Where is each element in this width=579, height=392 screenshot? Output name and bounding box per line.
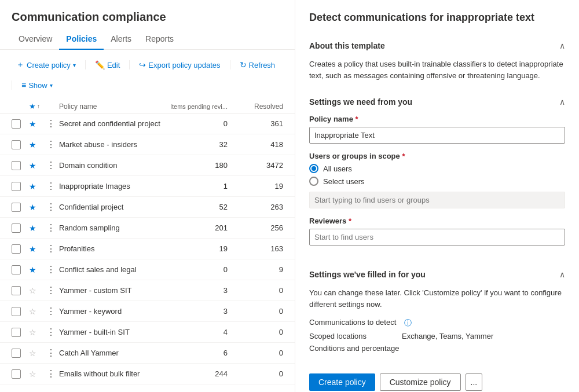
row-checkbox-8[interactable] [12,286,21,295]
header-pending[interactable]: Items pending revi... [167,103,237,110]
table-row[interactable]: ★ ⋮ Inappropriate Images 1 19 [0,176,295,197]
table-row[interactable]: ★ ⋮ Domain condition 180 3472 [0,155,295,176]
scope-all-users-radio[interactable]: All users [309,164,565,173]
app-title: Communication compliance [0,0,295,24]
table-header: ★ ↑ Policy name Items pending revi... Re… [0,100,295,113]
table-row[interactable]: ★ ⋮ Secret and confidential project 0 36… [0,113,295,134]
pending-cell-6: 19 [167,244,237,253]
reviewers-label: Reviewers * [309,217,565,225]
pending-cell-2: 180 [167,161,237,170]
table-row[interactable]: ★ ⋮ Confidential project 52 263 [0,197,295,218]
scope-search-input[interactable] [309,192,565,208]
table-row[interactable]: ★ ⋮ Profanities 19 163 [0,239,295,259]
refresh-button[interactable]: ↻ Refresh [235,57,280,72]
resolved-cell-8: 0 [237,286,283,295]
star-icon-5[interactable]: ★ [29,224,36,233]
header-resolved[interactable]: Resolved [237,102,283,111]
tab-policies[interactable]: Policies [59,28,104,49]
create-policy-button[interactable]: Create policy [309,373,375,391]
scoped-locations-value: Exchange, Teams, Yammer [402,332,493,340]
right-panel: Detect communications for inappropriate … [295,0,579,392]
row-dots-menu-2[interactable]: ⋮ [44,159,58,171]
row-dots-menu-4[interactable]: ⋮ [44,201,58,213]
policy-name-label: Policy name * [309,115,565,123]
row-dots-menu-8[interactable]: ⋮ [44,284,58,296]
row-dots-menu-1[interactable]: ⋮ [44,138,58,151]
left-panel: Communication compliance Overview Polici… [0,0,295,392]
table-row[interactable]: ★ ⋮ Conflict sales and legal 0 9 [0,259,295,280]
row-dots-menu-11[interactable]: ⋮ [44,347,58,359]
settings-filled-header[interactable]: Settings we've filled in for you ∧ [309,262,565,287]
reviewers-input[interactable] [309,229,565,246]
star-icon-10[interactable]: ☆ [29,328,36,337]
row-dots-menu-10[interactable]: ⋮ [44,326,58,338]
row-checkbox-3[interactable] [12,182,21,191]
show-button[interactable]: ≡ Show ▾ [17,78,57,93]
star-icon-0[interactable]: ★ [29,119,36,129]
star-icon-6[interactable]: ★ [29,244,36,254]
row-dots-menu-7[interactable]: ⋮ [44,263,58,276]
tab-reports[interactable]: Reports [138,28,181,49]
row-checkbox-6[interactable] [12,244,21,254]
edit-button[interactable]: ✏️ Edit [90,57,124,72]
row-checkbox-10[interactable] [12,328,21,337]
row-checkbox-11[interactable] [12,349,21,358]
nav-tabs: Overview Policies Alerts Reports [0,28,295,50]
header-star-col[interactable]: ★ ↑ [29,102,44,111]
resolved-cell-6: 163 [237,244,283,253]
table-row[interactable]: ☆ ⋮ Yammer - keyword 3 0 [0,301,295,322]
table-row[interactable]: ☆ ⋮ Yammer - custom SIT 3 0 [0,280,295,301]
row-dots-menu-6[interactable]: ⋮ [44,243,58,255]
table-row[interactable]: ☆ ⋮ Yammer - built-in SIT 4 0 [0,322,295,343]
info-icon[interactable]: ⓘ [404,318,412,328]
scope-select-users-radio[interactable]: Select users [309,177,565,186]
pending-cell-11: 6 [167,349,237,357]
star-icon-9[interactable]: ☆ [29,307,36,316]
policy-name-cell-11: Catch All Yammer [59,349,167,357]
row-dots-menu-3[interactable]: ⋮ [44,180,58,192]
export-icon: ↪ [139,60,146,69]
star-icon-7[interactable]: ★ [29,265,36,274]
table-row[interactable]: ☆ ⋮ Emails without bulk filter 244 0 [0,364,295,384]
star-icon-3[interactable]: ★ [29,182,36,191]
more-options-button[interactable]: ... [466,373,483,391]
chevron-down-icon: ▾ [73,62,76,68]
star-icon-12[interactable]: ☆ [29,369,36,379]
about-section-header[interactable]: About this template ∧ [309,33,565,58]
settings-needed-header[interactable]: Settings we need from you ∧ [309,89,565,115]
about-desc: Creates a policy that uses built-in trai… [309,58,565,81]
table-row[interactable]: ★ ⋮ Random sampling 201 256 [0,218,295,239]
toolbar: ＋ Create policy ▾ ✏️ Edit ↪ Export polic… [0,50,295,100]
header-policy-name[interactable]: Policy name [59,102,167,111]
row-checkbox-0[interactable] [12,119,21,129]
row-checkbox-2[interactable] [12,161,21,170]
settings-filled-desc: You can change these later. Click 'Custo… [309,287,565,310]
row-checkbox-5[interactable] [12,224,21,233]
required-marker: * [356,115,358,123]
star-icon-8[interactable]: ☆ [29,286,36,295]
table-row[interactable]: ☆ ⋮ Catch All Yammer 6 0 [0,343,295,364]
tab-overview[interactable]: Overview [12,28,59,49]
row-dots-menu-9[interactable]: ⋮ [44,305,58,317]
star-icon-11[interactable]: ☆ [29,349,36,358]
star-icon-1[interactable]: ★ [29,140,36,149]
row-dots-menu-12[interactable]: ⋮ [44,368,58,380]
table-row[interactable]: ★ ⋮ Market abuse - insiders 32 418 [0,134,295,155]
policy-name-cell-12: Emails without bulk filter [59,369,167,378]
customize-policy-button[interactable]: Customize policy [380,373,461,391]
create-policy-button[interactable]: ＋ Create policy ▾ [12,57,80,73]
row-checkbox-1[interactable] [12,140,21,149]
row-checkbox-7[interactable] [12,265,21,274]
scope-required-marker: * [402,152,405,160]
row-checkbox-4[interactable] [12,203,21,212]
row-checkbox-9[interactable] [12,307,21,316]
policy-name-cell-5: Random sampling [59,224,167,232]
star-icon-2[interactable]: ★ [29,161,36,170]
star-icon-4[interactable]: ★ [29,203,36,212]
row-dots-menu-5[interactable]: ⋮ [44,222,58,234]
row-checkbox-12[interactable] [12,369,21,379]
export-button[interactable]: ↪ Export policy updates [134,57,225,72]
row-dots-menu-0[interactable]: ⋮ [44,118,58,130]
tab-alerts[interactable]: Alerts [104,28,138,49]
policy-name-input[interactable] [309,127,565,144]
